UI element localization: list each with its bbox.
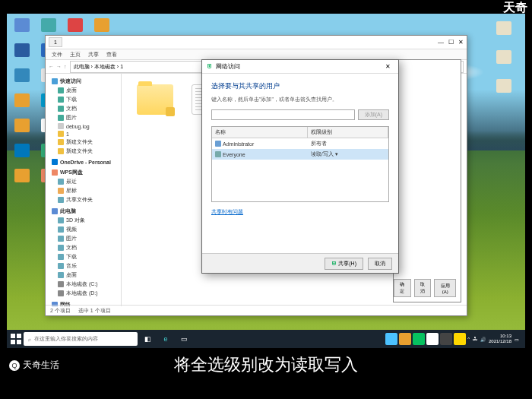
sidebar-item[interactable]: 3D 对象 xyxy=(47,216,119,225)
taskbar-app[interactable]: e xyxy=(157,331,174,347)
props-ok-button[interactable]: 确定 xyxy=(394,279,411,297)
sidebar-item[interactable]: 桌面 xyxy=(47,271,119,280)
dialog-title: 网络访问 xyxy=(216,62,240,71)
desktop-icon[interactable] xyxy=(11,68,33,91)
taskbar: ⌕在这里输入你要搜索的内容 ◧ e ▭ ^ 🖧 🔊 10:13 2021/12/… xyxy=(7,330,525,348)
taskbar-app[interactable] xyxy=(440,333,452,345)
desktop-icon[interactable] xyxy=(11,144,33,166)
ribbon-file[interactable]: 文件 xyxy=(52,51,62,59)
close-icon[interactable]: ✕ xyxy=(458,39,464,46)
nav-fwd-icon[interactable]: → xyxy=(56,64,62,69)
taskbar-app[interactable] xyxy=(413,333,425,345)
maximize-icon[interactable]: ☐ xyxy=(448,39,454,46)
properties-window: 确定 取消 应用(A) xyxy=(393,59,461,302)
taskbar-clock[interactable]: 10:13 2021/12/18 xyxy=(489,334,511,344)
window-titlebar: 1 — ☐ ✕ xyxy=(46,36,467,49)
tray-up-icon[interactable]: ^ xyxy=(467,337,470,341)
sidebar-item[interactable]: 图片 xyxy=(47,113,119,122)
notifications-icon[interactable]: ▭ xyxy=(515,337,519,342)
sidebar-item[interactable]: debug.log xyxy=(47,122,119,130)
shield-icon: ⛨ xyxy=(207,63,213,70)
desktop-icon[interactable] xyxy=(11,18,33,41)
nav-up-icon[interactable]: ↑ xyxy=(64,64,67,69)
desktop-icons-right xyxy=(492,21,516,102)
sidebar-item[interactable]: 桌面 xyxy=(47,86,119,95)
status-item-count: 2 个项目 xyxy=(50,307,71,314)
sidebar-item[interactable]: 新建文件夹 xyxy=(47,138,119,147)
sidebar-item[interactable]: 星标 xyxy=(47,186,119,195)
sidebar-item[interactable]: 最近 xyxy=(47,177,119,186)
explorer-sidebar: 快速访问 桌面 下载 文档 图片 debug.log 1 新建文件夹 新建文件夹… xyxy=(46,74,122,306)
tray-volume-icon[interactable]: 🔊 xyxy=(480,337,486,342)
sidebar-thispc[interactable]: 此电脑 xyxy=(47,207,119,216)
ribbon-tabs: 文件 主页 共享 查看 xyxy=(46,49,467,60)
taskbar-app[interactable]: ▭ xyxy=(176,331,192,347)
folder-item[interactable] xyxy=(132,84,178,115)
ribbon-home[interactable]: 主页 xyxy=(70,51,81,59)
sidebar-item[interactable]: 本地磁盘 (C:) xyxy=(47,280,119,289)
taskbar-app[interactable] xyxy=(454,333,466,345)
lock-icon xyxy=(166,107,175,116)
window-tab[interactable]: 1 xyxy=(49,37,62,47)
task-view-icon[interactable]: ◧ xyxy=(139,331,156,347)
desktop-icon[interactable] xyxy=(11,43,33,66)
add-button[interactable]: 添加(A) xyxy=(358,109,389,120)
taskbar-search[interactable]: ⌕在这里输入你要搜索的内容 xyxy=(24,332,138,346)
sidebar-item[interactable]: 图片 xyxy=(47,234,119,243)
ribbon-share[interactable]: 共享 xyxy=(88,51,99,59)
sidebar-quick-access[interactable]: 快速访问 xyxy=(47,77,119,86)
sidebar-item[interactable]: 共享文件夹 xyxy=(47,195,119,204)
subtitle-caption: 将全选级别改为读取写入 xyxy=(174,353,358,376)
taskbar-app[interactable] xyxy=(399,333,411,345)
svg-rect-1 xyxy=(17,334,21,338)
desktop-icon[interactable] xyxy=(11,169,33,192)
props-apply-button[interactable]: 应用(A) xyxy=(434,279,456,297)
start-button[interactable] xyxy=(10,333,22,345)
sidebar-item[interactable]: 下载 xyxy=(47,95,119,104)
col-name[interactable]: 名称 xyxy=(212,127,308,138)
sidebar-wps[interactable]: WPS网盘 xyxy=(47,168,119,177)
sidebar-item[interactable]: 视频 xyxy=(47,225,119,234)
minimize-icon[interactable]: — xyxy=(438,39,444,46)
permission-dropdown[interactable]: 读取/写入 ▾ xyxy=(308,150,388,158)
nav-back-icon[interactable]: ← xyxy=(49,64,54,69)
props-cancel-button[interactable]: 取消 xyxy=(414,279,432,297)
desktop-icon[interactable] xyxy=(492,50,516,73)
col-permission[interactable]: 权限级别 xyxy=(308,127,388,138)
sidebar-item[interactable]: 下载 xyxy=(47,252,119,261)
sidebar-item[interactable]: 文档 xyxy=(47,104,119,113)
desktop-icon[interactable] xyxy=(11,119,33,141)
sidebar-item[interactable]: 文档 xyxy=(47,243,119,252)
share-button[interactable]: ⛨共享(H) xyxy=(325,258,363,270)
svg-rect-0 xyxy=(11,334,15,338)
taskbar-app[interactable] xyxy=(426,333,439,345)
close-icon[interactable]: ✕ xyxy=(382,63,394,70)
breadcrumb-part[interactable]: 此电脑 xyxy=(74,63,90,71)
dialog-heading: 选择要与其共享的用户 xyxy=(211,81,389,91)
cancel-button[interactable]: 取消 xyxy=(368,258,392,270)
status-bar: 2 个项目 选中 1 个项目 xyxy=(46,305,467,315)
ribbon-view[interactable]: 查看 xyxy=(106,51,117,59)
desktop-icon[interactable] xyxy=(492,21,516,44)
users-table: 名称 权限级别 Administrator 所有者 Everyone 读取/写入… xyxy=(211,126,389,202)
status-selected: 选中 1 个项目 xyxy=(78,307,111,314)
taskbar-app[interactable] xyxy=(385,333,397,345)
desktop-icon[interactable] xyxy=(11,93,33,116)
user-combobox[interactable] xyxy=(211,109,355,120)
desktop-icon[interactable] xyxy=(492,79,516,102)
logo-icon: Q xyxy=(9,360,20,371)
sidebar-item[interactable]: 音乐 xyxy=(47,261,119,271)
network-share-dialog: ⛨ 网络访问 ✕ 选择要与其共享的用户 键入名称，然后单击"添加"，或者单击箭头… xyxy=(201,59,399,274)
breadcrumb-part[interactable]: 1 xyxy=(120,64,123,69)
sidebar-item[interactable]: 1 xyxy=(47,130,119,138)
search-icon: ⌕ xyxy=(28,337,31,342)
sidebar-onedrive[interactable]: OneDrive - Personal xyxy=(47,158,119,166)
table-row[interactable]: Administrator 所有者 xyxy=(212,138,388,149)
help-link[interactable]: 共享时有问题 xyxy=(211,208,389,216)
sidebar-item[interactable]: 本地磁盘 (D:) xyxy=(47,289,119,298)
watermark-top: 天奇 xyxy=(503,0,527,16)
tray-network-icon[interactable]: 🖧 xyxy=(473,337,477,341)
sidebar-item[interactable]: 新建文件夹 xyxy=(47,147,119,156)
breadcrumb-part[interactable]: 本地磁盘 xyxy=(94,63,116,71)
table-row[interactable]: Everyone 读取/写入 ▾ xyxy=(212,149,388,160)
